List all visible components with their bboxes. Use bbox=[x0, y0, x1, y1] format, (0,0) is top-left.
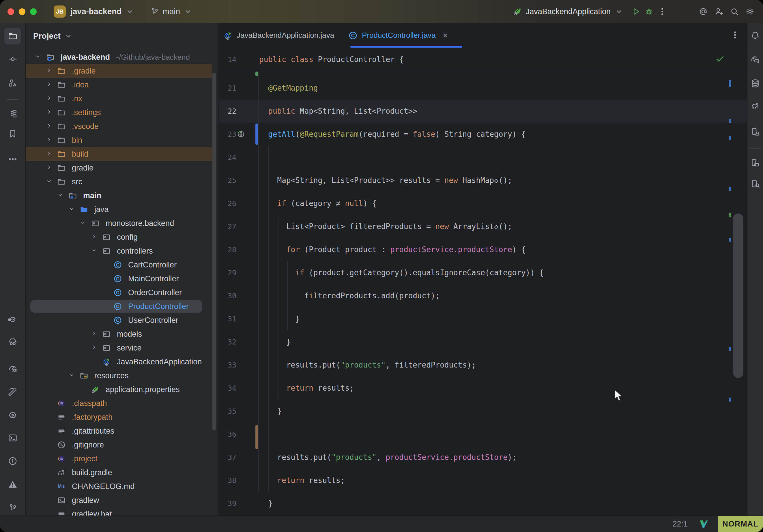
tree-item-changelog-md[interactable]: MCHANGELOG.md bbox=[26, 479, 218, 493]
code-line-24[interactable]: 24 bbox=[219, 146, 747, 169]
tab-options-button[interactable] bbox=[730, 30, 740, 41]
code-line-33[interactable]: 33results.put("products", filteredProduc… bbox=[219, 354, 747, 376]
tree-item-maincontroller[interactable]: CMainController bbox=[26, 272, 218, 286]
code-line-22[interactable]: 22public Map<String, List<Product>> bbox=[219, 100, 747, 123]
tree-item--factorypath[interactable]: .factorypath bbox=[26, 410, 218, 424]
tree-item--vscode[interactable]: .vscode bbox=[26, 119, 218, 133]
code-line-32[interactable]: 32} bbox=[219, 330, 747, 354]
tab-javabackendapplication[interactable]: JavaBackendApplication.java bbox=[223, 23, 334, 48]
tree-item-build-gradle[interactable]: build.gradle bbox=[26, 466, 218, 479]
error-stripe-mark[interactable] bbox=[729, 119, 731, 123]
code-line-29[interactable]: 29if (product.getCategory().equalsIgnore… bbox=[219, 261, 747, 284]
error-stripe-mark[interactable] bbox=[729, 347, 731, 351]
tree-expand-icon[interactable] bbox=[45, 94, 53, 103]
tree-item-gradle[interactable]: gradle bbox=[26, 161, 218, 175]
tab-productcontroller[interactable]: C ProductController.java × bbox=[348, 23, 448, 48]
caret-position[interactable]: 22:1 bbox=[672, 520, 688, 529]
tree-expand-icon[interactable] bbox=[90, 330, 98, 338]
tree-item-monostore-backend[interactable]: monostore.backend bbox=[26, 216, 218, 230]
vcs-change-marker[interactable] bbox=[256, 71, 258, 76]
run-configuration-selector[interactable]: JavaBackendApplication bbox=[512, 7, 624, 16]
run-button[interactable] bbox=[629, 5, 642, 18]
tool-stripe-gradle-button[interactable] bbox=[748, 99, 762, 113]
branch-selector[interactable]: main bbox=[150, 7, 193, 16]
error-stripe-mark[interactable] bbox=[729, 187, 731, 191]
code-line-27[interactable]: 27List<Product> filteredProducts = new A… bbox=[219, 215, 747, 238]
tool-stripe-incognito-button[interactable] bbox=[4, 334, 21, 350]
zoom-window-button[interactable] bbox=[30, 8, 37, 15]
more-run-options-button[interactable] bbox=[656, 5, 669, 18]
tree-item-bin[interactable]: bin bbox=[26, 133, 218, 147]
tool-stripe-modules-button[interactable] bbox=[4, 105, 21, 122]
tree-item--gitignore[interactable]: .gitignore bbox=[26, 438, 218, 452]
tree-collapse-icon[interactable] bbox=[68, 205, 75, 214]
code-line-34[interactable]: 34return results; bbox=[219, 376, 747, 399]
error-stripe-mark[interactable] bbox=[729, 136, 731, 140]
tool-stripe-commit-button[interactable] bbox=[4, 51, 21, 67]
tree-expand-icon[interactable] bbox=[45, 67, 53, 75]
ideavim-icon[interactable] bbox=[699, 519, 709, 529]
tool-stripe-bookmarks-button[interactable] bbox=[4, 126, 21, 142]
tree-item-ordercontroller[interactable]: COrderController bbox=[26, 286, 218, 299]
tree-item-src[interactable]: src bbox=[26, 175, 218, 189]
code-line-26[interactable]: 26if (category ≠ null) { bbox=[219, 192, 747, 215]
editor-scrollbar[interactable] bbox=[733, 213, 743, 378]
inspections-ok-icon[interactable] bbox=[715, 54, 725, 65]
error-stripe-mark[interactable] bbox=[729, 213, 731, 217]
tree-item-build[interactable]: build bbox=[26, 147, 218, 161]
tree-item-main[interactable]: main bbox=[26, 189, 218, 202]
tool-stripe-project-button[interactable] bbox=[4, 28, 21, 45]
code-with-me-button[interactable] bbox=[712, 5, 725, 18]
tool-stripe-git-button[interactable] bbox=[4, 500, 21, 516]
error-stripe-mark[interactable] bbox=[729, 80, 731, 87]
tree-item-javabackendapplication[interactable]: JavaBackendApplication bbox=[26, 355, 218, 369]
tool-stripe-ai-assistant-chat-button[interactable] bbox=[748, 53, 762, 67]
tool-stripe-notifications-button[interactable] bbox=[748, 29, 762, 43]
minimize-window-button[interactable] bbox=[19, 8, 25, 15]
tree-item--gitattributes[interactable]: .gitattributes bbox=[26, 424, 218, 438]
tool-stripe-warnings-button[interactable] bbox=[4, 476, 21, 493]
tree-item-models[interactable]: models bbox=[26, 327, 218, 341]
tree-item-controllers[interactable]: controllers bbox=[26, 244, 218, 258]
project-panel-header[interactable]: Project bbox=[33, 31, 73, 41]
tree-collapse-icon[interactable] bbox=[56, 191, 64, 200]
tree-expand-icon[interactable] bbox=[45, 80, 53, 89]
code-line-25[interactable]: 25Map<String, List<Product>> results = n… bbox=[219, 169, 747, 192]
debug-button[interactable] bbox=[642, 5, 656, 18]
code-line-23[interactable]: 23getAll(@RequestParam(required = false)… bbox=[219, 123, 747, 146]
rest-endpoint-gutter-icon[interactable] bbox=[237, 130, 245, 139]
tree-collapse-icon[interactable] bbox=[90, 247, 98, 255]
tool-stripe-structure-button[interactable] bbox=[4, 75, 21, 91]
project-tree-scrollbar[interactable] bbox=[212, 73, 216, 430]
tree-item-application-properties[interactable]: application.properties bbox=[26, 382, 218, 396]
tree-item-java-backend[interactable]: java-backend~/Github/java-backend bbox=[26, 50, 218, 64]
tree-expand-icon[interactable] bbox=[90, 233, 98, 242]
tree-expand-icon[interactable] bbox=[45, 150, 53, 159]
search-everywhere-button[interactable] bbox=[728, 5, 741, 18]
code-line-38[interactable]: 38return results; bbox=[219, 469, 747, 492]
tree-item-java[interactable]: java bbox=[26, 202, 218, 216]
code-area[interactable]: 21@GetMapping22public Map<String, List<P… bbox=[219, 71, 747, 516]
tool-stripe-profiler-button[interactable] bbox=[4, 360, 21, 377]
tree-item--classpath[interactable]: .classpath bbox=[26, 396, 218, 410]
code-line-37[interactable]: 37results.put("products", productService… bbox=[219, 446, 747, 469]
tree-item-config[interactable]: config bbox=[26, 230, 218, 244]
tree-expand-icon[interactable] bbox=[45, 136, 53, 145]
code-line-36[interactable]: 36 bbox=[219, 423, 747, 446]
tool-stripe-services-button[interactable] bbox=[4, 407, 21, 424]
close-window-button[interactable] bbox=[8, 8, 14, 15]
tree-item-resources[interactable]: resources bbox=[26, 369, 218, 382]
tree-collapse-icon[interactable] bbox=[68, 371, 75, 380]
tool-stripe-terminal-button[interactable] bbox=[4, 430, 21, 446]
tree-item--settings[interactable]: .settings bbox=[26, 106, 218, 119]
tree-expand-icon[interactable] bbox=[45, 122, 53, 131]
project-selector[interactable]: java-backend bbox=[70, 7, 122, 16]
tree-item-usercontroller[interactable]: CUserController bbox=[26, 313, 218, 327]
tree-item-cartcontroller[interactable]: CCartController bbox=[26, 258, 218, 272]
tree-item-gradlew-bat[interactable]: gradlew.bat bbox=[26, 507, 218, 516]
tree-collapse-icon[interactable] bbox=[79, 219, 87, 228]
code-line-28[interactable]: 28for (Product product : productService.… bbox=[219, 238, 747, 261]
tree-item--nx[interactable]: .nx bbox=[26, 92, 218, 106]
tool-stripe-more-tools-button[interactable] bbox=[4, 151, 21, 167]
tool-stripe-device-explorer-button[interactable] bbox=[748, 177, 762, 191]
